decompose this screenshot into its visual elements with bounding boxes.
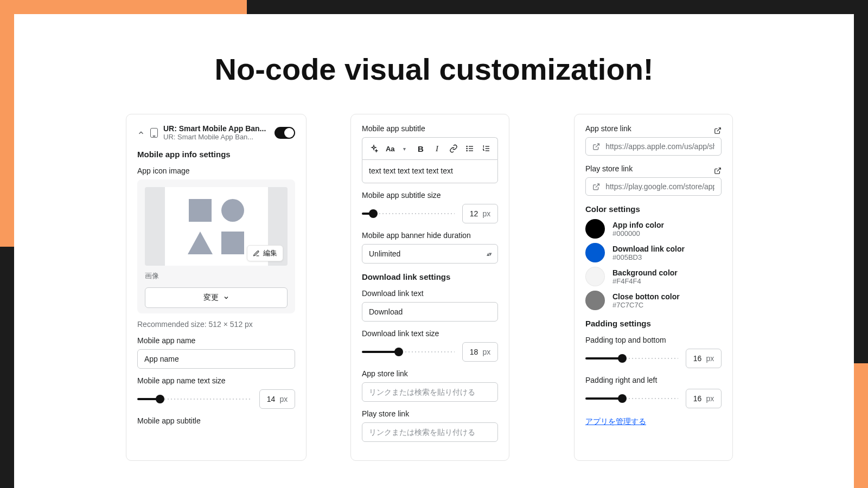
placeholder-shapes-icon [187, 197, 246, 256]
swatch-download [585, 243, 605, 262]
svg-line-11 [717, 168, 720, 171]
label-app-name-size: Mobile app name text size [137, 376, 295, 385]
padding-tb-value[interactable]: 16 px [686, 349, 722, 368]
download-text-size-slider[interactable] [362, 345, 455, 358]
edit-image-button[interactable]: 編集 [247, 245, 283, 261]
svg-line-9 [717, 128, 720, 131]
mobile-icon [150, 128, 158, 138]
play-store-url-input[interactable]: https://play.google.com/store/apps [585, 177, 722, 196]
svg-point-2 [467, 150, 467, 151]
color-background[interactable]: Background color #F4F4F4 [585, 267, 722, 286]
label-hide-duration: Mobile app banner hide duration [362, 231, 498, 240]
app-name-input[interactable] [137, 349, 295, 369]
label-download-text-size: Download link text size [362, 329, 498, 338]
chevron-up-icon[interactable] [137, 129, 145, 137]
play-store-link-input[interactable] [362, 422, 498, 442]
edit-label: 編集 [263, 248, 277, 258]
panel-colors-padding: App store link https://apps.apple.com/us… [574, 114, 733, 461]
padding-rl-value[interactable]: 16 px [686, 389, 722, 408]
label-play-store-link: Play store link [362, 409, 498, 418]
svg-line-12 [596, 184, 599, 188]
paragraph-style-button[interactable]: Aa [383, 141, 397, 156]
color-close-button[interactable]: Close botton color #7C7C7C [585, 291, 722, 310]
chevron-down-icon [223, 294, 229, 301]
label-play-store-link: Play store link [585, 164, 633, 173]
subtitle-size-value[interactable]: 12 px [462, 204, 498, 223]
section-color-settings: Color settings [585, 204, 722, 214]
swatch-background [585, 267, 605, 286]
svg-line-10 [596, 144, 599, 147]
block-title: UR: Smart Mobile App Ban... [163, 124, 269, 133]
external-link-icon [592, 183, 600, 191]
recommended-size: Recommended size: 512 × 512 px [137, 320, 295, 329]
chevron-down-icon[interactable]: ▾ [397, 141, 411, 156]
label-subtitle: Mobile app subtitle [362, 124, 498, 133]
section-padding-settings: Padding settings [585, 319, 722, 328]
label-padding-tb: Padding top and bottom [585, 336, 722, 344]
bold-button[interactable]: B [413, 141, 427, 156]
svg-point-1 [467, 148, 467, 149]
label-app-icon-image: App icon image [137, 166, 295, 175]
sparkle-icon[interactable] [367, 141, 381, 156]
panel-app-info: UR: Smart Mobile App Ban... UR: Smart Mo… [126, 114, 307, 461]
label-subtitle-size: Mobile app subtitle size [362, 191, 498, 200]
block-subtitle: UR: Smart Mobile App Ban... [163, 133, 269, 141]
padding-rl-slider[interactable] [585, 392, 678, 405]
padding-tb-slider[interactable] [585, 352, 678, 365]
link-icon[interactable] [446, 141, 461, 156]
app-name-size-slider[interactable] [137, 393, 252, 406]
bullets-icon[interactable] [463, 141, 477, 156]
change-image-button[interactable]: 変更 [145, 287, 288, 308]
app-store-link-input[interactable] [362, 382, 498, 402]
external-link-icon[interactable] [714, 127, 722, 134]
section-download-link: Download link settings [362, 272, 498, 281]
manage-app-link[interactable]: アプリを管理する [585, 417, 646, 427]
app-store-url-input[interactable]: https://apps.apple.com/us/app/shc [585, 137, 722, 156]
page-headline: No-code visual customization! [0, 52, 868, 87]
hide-duration-select[interactable]: Unlimited ▴▾ [362, 244, 498, 264]
ordered-list-icon[interactable] [479, 141, 493, 156]
label-app-store-link: App store link [362, 369, 498, 378]
panel-subtitle-download: Mobile app subtitle Aa ▾ B I text text t… [350, 114, 509, 461]
label-download-text: Download link text [362, 289, 498, 298]
color-app-info[interactable]: App info color #000000 [585, 219, 722, 239]
label-app-name: Mobile app name [137, 336, 295, 345]
svg-point-0 [467, 146, 467, 146]
label-app-store-link: App store link [585, 124, 631, 133]
image-card: 編集 画像 変更 [137, 179, 295, 313]
external-link-icon [592, 143, 600, 151]
section-mobile-app-info: Mobile app info settings [137, 150, 295, 159]
subtitle-textarea[interactable]: text text text text text text [362, 159, 498, 183]
visibility-toggle[interactable] [275, 127, 295, 139]
image-preview: 編集 [145, 187, 288, 266]
subtitle-size-slider[interactable] [362, 207, 455, 220]
swatch-info [585, 219, 605, 239]
label-padding-rl: Padding right and left [585, 376, 722, 384]
stepper-icon: ▴▾ [487, 251, 491, 258]
external-link-icon[interactable] [714, 167, 722, 175]
swatch-close [585, 291, 605, 310]
italic-button[interactable]: I [430, 141, 444, 156]
download-text-input[interactable] [362, 302, 498, 322]
change-label: 変更 [203, 293, 219, 303]
color-download-link[interactable]: Download link color #005BD3 [585, 243, 722, 262]
download-text-size-value[interactable]: 18 px [462, 342, 498, 362]
label-app-subtitle: Mobile app subtitle [137, 416, 295, 425]
app-name-size-value[interactable]: 14 px [259, 389, 295, 409]
rich-text-toolbar: Aa ▾ B I [362, 137, 498, 159]
image-caption: 画像 [145, 271, 288, 281]
